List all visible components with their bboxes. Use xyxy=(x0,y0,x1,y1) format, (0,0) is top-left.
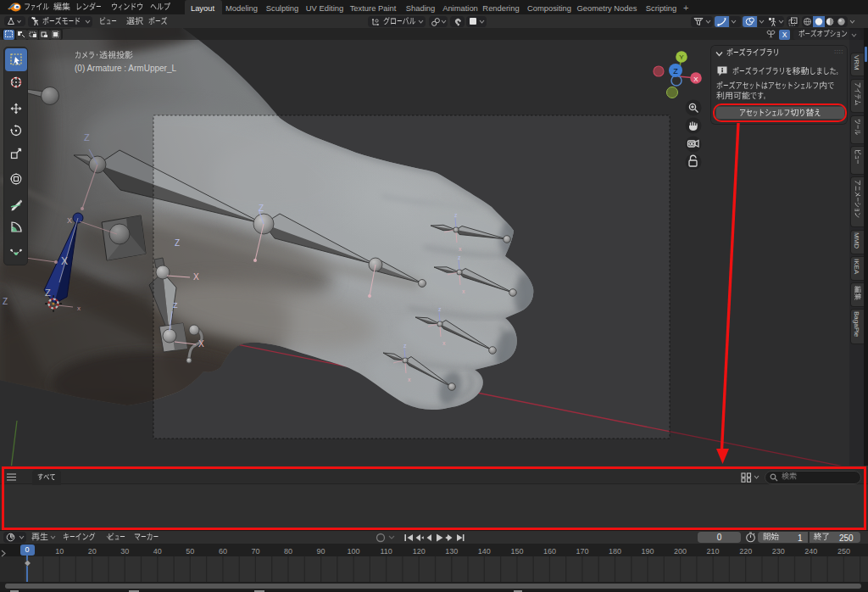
svg-text:Z: Z xyxy=(175,238,180,248)
svg-text:z: z xyxy=(454,212,458,218)
svg-text:Z: Z xyxy=(259,204,264,213)
svg-text:z: z xyxy=(458,254,461,260)
svg-text:X: X xyxy=(693,75,698,83)
svg-text:z: z xyxy=(403,343,407,349)
svg-text:x: x xyxy=(462,288,465,294)
svg-text:X: X xyxy=(193,272,199,282)
svg-text:X: X xyxy=(198,339,204,349)
svg-text:Z: Z xyxy=(173,301,178,310)
svg-text:x: x xyxy=(408,377,411,383)
svg-text:x: x xyxy=(459,246,462,252)
svg-text:Z: Z xyxy=(673,67,678,75)
svg-text:z: z xyxy=(438,306,442,312)
svg-text:Y: Y xyxy=(679,53,684,61)
svg-text:x: x xyxy=(442,340,446,346)
